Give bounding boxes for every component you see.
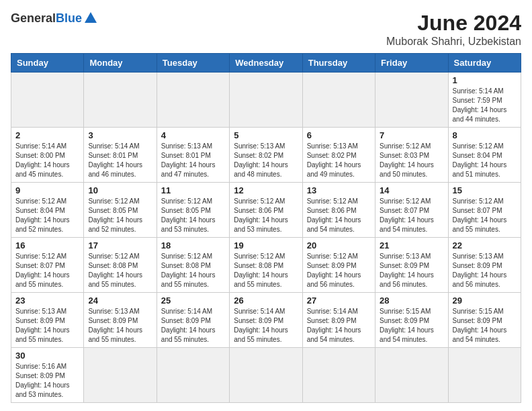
calendar-cell: 30Sunrise: 5:16 AMSunset: 8:09 PMDayligh…	[11, 348, 84, 403]
calendar-row: 1Sunrise: 5:14 AMSunset: 7:59 PMDaylight…	[11, 73, 521, 128]
calendar-cell: 13Sunrise: 5:12 AMSunset: 8:06 PMDayligh…	[302, 183, 375, 238]
calendar-cell: 15Sunrise: 5:12 AMSunset: 8:07 PMDayligh…	[448, 183, 521, 238]
day-number: 27	[307, 295, 371, 306]
day-info: Sunrise: 5:13 AMSunset: 8:09 PMDaylight:…	[15, 307, 79, 345]
weekday-header-thursday: Thursday	[302, 54, 375, 73]
calendar-cell: 20Sunrise: 5:12 AMSunset: 8:09 PMDayligh…	[302, 238, 375, 293]
calendar-cell: 1Sunrise: 5:14 AMSunset: 7:59 PMDaylight…	[448, 73, 521, 128]
day-info: Sunrise: 5:14 AMSunset: 8:09 PMDaylight:…	[234, 307, 298, 345]
weekday-header-friday: Friday	[375, 54, 448, 73]
calendar-cell	[157, 348, 229, 403]
calendar-cell: 17Sunrise: 5:12 AMSunset: 8:08 PMDayligh…	[84, 238, 157, 293]
day-info: Sunrise: 5:14 AMSunset: 8:09 PMDaylight:…	[307, 307, 371, 345]
weekday-header-tuesday: Tuesday	[157, 54, 229, 73]
day-number: 11	[161, 185, 225, 195]
day-number: 20	[307, 240, 371, 250]
page-header: General Blue June 2024 Muborak Shahri, U…	[11, 11, 521, 48]
day-number: 17	[88, 240, 152, 250]
calendar-cell: 19Sunrise: 5:12 AMSunset: 8:08 PMDayligh…	[230, 238, 302, 293]
day-number: 8	[453, 130, 517, 140]
day-info: Sunrise: 5:13 AMSunset: 8:09 PMDaylight:…	[88, 307, 152, 345]
location-title: Muborak Shahri, Uzbekistan	[386, 36, 521, 48]
day-number: 24	[88, 295, 152, 306]
weekday-header-saturday: Saturday	[448, 54, 521, 73]
weekday-header-monday: Monday	[84, 54, 157, 73]
day-number: 6	[307, 130, 371, 140]
day-number: 23	[15, 295, 79, 306]
logo-general-text: General	[11, 11, 56, 26]
day-number: 30	[15, 351, 79, 361]
day-number: 12	[234, 185, 298, 195]
day-info: Sunrise: 5:12 AMSunset: 8:07 PMDaylight:…	[380, 197, 443, 234]
day-number: 10	[88, 185, 152, 195]
day-number: 22	[453, 240, 517, 250]
calendar-cell: 4Sunrise: 5:13 AMSunset: 8:01 PMDaylight…	[157, 128, 229, 183]
day-info: Sunrise: 5:12 AMSunset: 8:05 PMDaylight:…	[161, 197, 225, 234]
day-info: Sunrise: 5:14 AMSunset: 8:00 PMDaylight:…	[15, 142, 79, 179]
day-number: 9	[15, 185, 79, 195]
calendar-cell: 26Sunrise: 5:14 AMSunset: 8:09 PMDayligh…	[230, 293, 302, 348]
calendar-cell	[84, 73, 157, 128]
day-number: 14	[380, 185, 443, 195]
calendar-cell: 12Sunrise: 5:12 AMSunset: 8:06 PMDayligh…	[230, 183, 302, 238]
calendar-cell	[230, 348, 302, 403]
logo: General Blue	[11, 11, 98, 26]
day-number: 28	[380, 295, 443, 306]
calendar-cell: 22Sunrise: 5:13 AMSunset: 8:09 PMDayligh…	[448, 238, 521, 293]
title-area: June 2024 Muborak Shahri, Uzbekistan	[386, 11, 521, 48]
calendar-cell: 10Sunrise: 5:12 AMSunset: 8:05 PMDayligh…	[84, 183, 157, 238]
day-info: Sunrise: 5:12 AMSunset: 8:08 PMDaylight:…	[161, 252, 225, 289]
calendar-table: SundayMondayTuesdayWednesdayThursdayFrid…	[11, 53, 521, 403]
day-info: Sunrise: 5:12 AMSunset: 8:07 PMDaylight:…	[15, 252, 79, 289]
calendar-cell	[302, 348, 375, 403]
calendar-body: 1Sunrise: 5:14 AMSunset: 7:59 PMDaylight…	[11, 73, 521, 403]
calendar-cell	[375, 348, 448, 403]
day-info: Sunrise: 5:13 AMSunset: 8:09 PMDaylight:…	[380, 252, 443, 289]
calendar-cell: 11Sunrise: 5:12 AMSunset: 8:05 PMDayligh…	[157, 183, 229, 238]
day-number: 19	[234, 240, 298, 250]
calendar-cell	[84, 348, 157, 403]
day-number: 5	[234, 130, 298, 140]
day-info: Sunrise: 5:14 AMSunset: 7:59 PMDaylight:…	[453, 87, 517, 124]
svg-marker-0	[85, 12, 97, 23]
calendar-cell: 5Sunrise: 5:13 AMSunset: 8:02 PMDaylight…	[230, 128, 302, 183]
calendar-cell: 28Sunrise: 5:15 AMSunset: 8:09 PMDayligh…	[375, 293, 448, 348]
day-info: Sunrise: 5:12 AMSunset: 8:03 PMDaylight:…	[380, 142, 443, 179]
day-number: 18	[161, 240, 225, 250]
day-info: Sunrise: 5:13 AMSunset: 8:01 PMDaylight:…	[161, 142, 225, 179]
calendar-cell: 2Sunrise: 5:14 AMSunset: 8:00 PMDaylight…	[11, 128, 84, 183]
day-number: 25	[161, 295, 225, 306]
calendar-row: 23Sunrise: 5:13 AMSunset: 8:09 PMDayligh…	[11, 293, 521, 348]
calendar-cell: 29Sunrise: 5:15 AMSunset: 8:09 PMDayligh…	[448, 293, 521, 348]
weekday-header-row: SundayMondayTuesdayWednesdayThursdayFrid…	[11, 54, 521, 73]
calendar-cell	[375, 73, 448, 128]
calendar-cell: 7Sunrise: 5:12 AMSunset: 8:03 PMDaylight…	[375, 128, 448, 183]
calendar-cell: 16Sunrise: 5:12 AMSunset: 8:07 PMDayligh…	[11, 238, 84, 293]
calendar-cell	[11, 73, 84, 128]
day-info: Sunrise: 5:14 AMSunset: 8:01 PMDaylight:…	[88, 142, 152, 179]
day-info: Sunrise: 5:12 AMSunset: 8:09 PMDaylight:…	[307, 252, 371, 289]
day-info: Sunrise: 5:15 AMSunset: 8:09 PMDaylight:…	[453, 307, 517, 345]
calendar-cell: 8Sunrise: 5:12 AMSunset: 8:04 PMDaylight…	[448, 128, 521, 183]
calendar-cell: 3Sunrise: 5:14 AMSunset: 8:01 PMDaylight…	[84, 128, 157, 183]
day-info: Sunrise: 5:12 AMSunset: 8:04 PMDaylight:…	[15, 197, 79, 234]
calendar-cell	[302, 73, 375, 128]
calendar-row: 16Sunrise: 5:12 AMSunset: 8:07 PMDayligh…	[11, 238, 521, 293]
month-title: June 2024	[386, 11, 521, 36]
calendar-cell: 6Sunrise: 5:13 AMSunset: 8:02 PMDaylight…	[302, 128, 375, 183]
logo-icon	[83, 11, 98, 26]
day-info: Sunrise: 5:12 AMSunset: 8:06 PMDaylight:…	[234, 197, 298, 234]
day-number: 4	[161, 130, 225, 140]
calendar-header: SundayMondayTuesdayWednesdayThursdayFrid…	[11, 54, 521, 73]
calendar-row: 9Sunrise: 5:12 AMSunset: 8:04 PMDaylight…	[11, 183, 521, 238]
day-number: 16	[15, 240, 79, 250]
calendar-cell: 9Sunrise: 5:12 AMSunset: 8:04 PMDaylight…	[11, 183, 84, 238]
day-info: Sunrise: 5:13 AMSunset: 8:02 PMDaylight:…	[234, 142, 298, 179]
calendar-cell: 27Sunrise: 5:14 AMSunset: 8:09 PMDayligh…	[302, 293, 375, 348]
calendar-row: 30Sunrise: 5:16 AMSunset: 8:09 PMDayligh…	[11, 348, 521, 403]
day-number: 13	[307, 185, 371, 195]
day-number: 15	[453, 185, 517, 195]
day-info: Sunrise: 5:15 AMSunset: 8:09 PMDaylight:…	[380, 307, 443, 345]
day-info: Sunrise: 5:14 AMSunset: 8:09 PMDaylight:…	[161, 307, 225, 345]
calendar-cell: 25Sunrise: 5:14 AMSunset: 8:09 PMDayligh…	[157, 293, 229, 348]
